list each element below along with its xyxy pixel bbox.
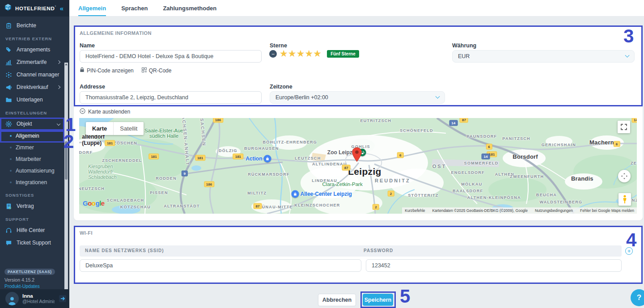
map-label: ENEUTZSCH [79,186,105,191]
sidebar-item-channel-manager[interactable]: Channel manager [0,68,64,81]
fullscreen-icon[interactable] [618,121,630,133]
scrollbar-thumb[interactable] [65,141,68,180]
bullet-icon [10,170,12,172]
map-label: MÖLKAU [461,182,482,186]
map-label: ENGELSDORF [451,170,485,175]
network-icon [5,71,13,78]
stars-rating: − ★★★★★ Fünf Sterne [269,49,359,59]
wifi-card: WI-FI NAME DES NETZWERKS (SSID) PASSWORD… [74,226,643,283]
address-input[interactable] [80,91,262,104]
google-map[interactable]: EUTRITZSCHGOHLISBÖHLITZ-EHRENBERGSCHÖNEF… [79,118,637,214]
sidebar-item-hilfe-center[interactable]: Hilfe Center [0,224,64,236]
hotel-name-input[interactable] [80,50,262,63]
map-label: PANITZSCH [502,136,530,141]
road-badge: 2 [388,191,394,197]
map-label: EUTRITZSCH [360,118,391,123]
help-button[interactable]: ? [631,289,644,306]
sidebar-collapse-icon[interactable]: « [60,4,64,12]
sidebar-item-label: Zimmer [16,144,34,151]
sidebar-item-label: Zimmertarife [17,59,53,65]
star-icon[interactable]: ★ [297,48,305,59]
map-attribution: KurzbefehleKartendaten ©2025 GeoBasis-DE… [402,207,637,214]
chart-icon [5,59,13,66]
sidebar-item-zimmer[interactable]: Zimmer [0,142,64,153]
timezone-select[interactable]: Europe/Berlin +02:00 [270,91,445,104]
sidebar-item-arrangements[interactable]: Arrangements [0,43,64,56]
poi-shopping-icon[interactable] [291,190,299,198]
sidebar-item-label: Objekt [17,121,53,127]
map-marker-pin[interactable] [352,147,362,164]
sidebar-item-integrationen[interactable]: Integrationen [0,177,64,188]
sidebar-item-label: Berichte [17,22,60,29]
map-label: allendorf(Luppe) [82,134,105,146]
star-icon[interactable]: ★ [305,48,313,59]
road-badge: 6 [486,144,492,150]
app-root: H F HOTELFRIEND° « BerichteVERTRIEB EXTE… [0,0,644,308]
pin-code-link[interactable]: PIN-Code anzeigen [80,67,134,74]
map-label: RÜCKMARSDORF [248,172,290,177]
scrollbar-up-arrow[interactable] [65,63,68,65]
tab-allgemein[interactable]: Allgemein [78,0,106,16]
sidebar-item-zimmertarife[interactable]: Zimmertarife [0,56,64,68]
map-type-karte-button[interactable]: Karte [86,122,113,135]
logout-arrow-icon[interactable] [59,295,67,303]
section-title-wifi: WI-FI [80,230,93,236]
sidebar-scrollbar[interactable] [64,63,68,289]
hide-map-link[interactable]: Karte ausblenden [80,108,130,115]
poi-shopping-icon[interactable] [264,155,271,162]
star-icon[interactable]: ★ [280,48,288,59]
user-name: Inna [22,293,55,299]
road-badge: 181 [195,155,205,161]
product-updates-link[interactable]: Produkt-Updates [4,283,67,289]
ssid-column-header: NAME DES NETZWERKS (SSID) [85,248,164,253]
add-wifi-button[interactable]: + [625,247,633,255]
headset-icon [5,227,13,234]
sidebar-item-direktverkauf[interactable]: Direktverkauf [0,81,64,93]
clipboard-icon [5,22,13,29]
name-label: Name [80,42,95,49]
sidebar-item-objekt[interactable]: Objekt [0,118,64,130]
map-type-satellit-button[interactable]: Satellit [113,122,144,135]
cancel-button[interactable]: Abbrechen [318,294,356,306]
map-label: LEUTZSCH [295,156,321,160]
star-icon[interactable]: ★ [288,48,297,59]
star-icons[interactable]: ★★★★★ [280,49,322,59]
password-column-header: PASSWORD [364,248,393,253]
attribution-item[interactable]: Kurzbefehle [405,208,425,213]
collapse-circle-icon [80,108,85,115]
sidebar-item-unterlagen[interactable]: Unterlagen [0,93,64,106]
gear-icon [5,120,13,127]
decrease-stars-button[interactable]: − [269,50,277,58]
folder-icon [5,96,13,103]
sidebar-item-mitarbeiter[interactable]: Mitarbeiter [0,153,64,165]
road-badge: 14 [482,153,490,159]
sidebar-item-ticket-support[interactable]: Ticket Support [0,236,64,249]
google-logo[interactable]: Google [83,199,105,207]
qr-code-link[interactable]: QR-Code [142,67,172,74]
save-button[interactable]: Speichern [363,294,393,306]
sidebar-item-vertrag[interactable]: Vertrag [0,200,64,212]
road-badge: 9 [181,171,187,177]
map-label: ZSCHERNEDDEL [102,158,142,163]
sidebar-item-automatisierung[interactable]: Automatisierung [0,165,64,177]
wifi-password-input[interactable] [366,259,622,272]
road-badge: 6 [397,152,403,158]
tab-sprachen[interactable]: Sprachen [121,0,148,16]
attribution-item[interactable]: Fehler bei Google Maps melden [580,208,634,213]
map-label: Brandis [571,175,593,181]
map-label: DÖLZIG [219,148,237,153]
sidebar-item-allgemein[interactable]: Allgemein [0,130,64,142]
sidebar-item-berichte[interactable]: Berichte [0,19,64,32]
pegman-icon[interactable] [619,193,631,206]
pan-control-icon[interactable] [618,170,631,182]
currency-select[interactable]: EUR [452,50,635,63]
logo-bar: H F HOTELFRIEND° « [0,0,69,17]
star-icon[interactable]: ★ [313,48,322,59]
tab-zahlungsmethoden[interactable]: Zahlungsmethoden [163,0,216,16]
content: ALLGEMEINE INFORMATION Name PIN-Code anz… [69,17,644,308]
license-block: PAKETLIZENZ (SAAS) Version 4.15.2 Produk… [4,267,67,289]
wifi-ssid-input[interactable] [80,259,361,272]
road-badge: 2 [373,204,379,210]
attribution-item[interactable]: Nutzungsbedingungen [535,208,573,213]
bullet-icon [10,181,12,183]
